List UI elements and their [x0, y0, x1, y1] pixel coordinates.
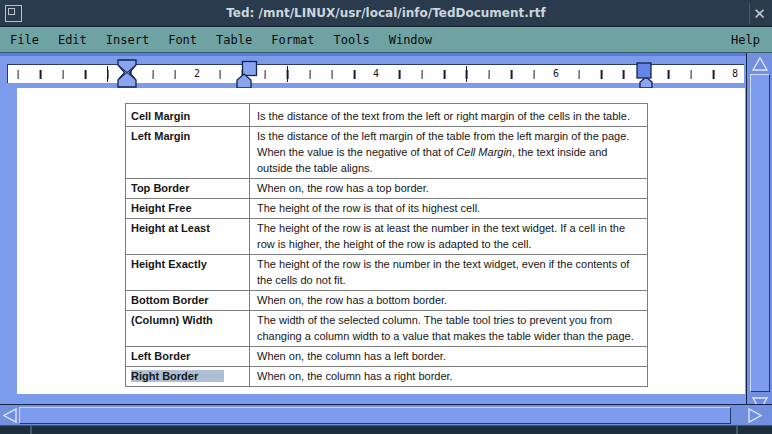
table-row[interactable]: Cell Margin Is the distance of the text …: [126, 104, 648, 127]
ruler-inch-tick-5: [466, 66, 467, 82]
titlebar[interactable]: Ted: /mnt/LINUX/usr/local/info/TedDocume…: [0, 0, 772, 27]
ruler-number-8: 8: [728, 65, 742, 83]
menu-format[interactable]: Format: [271, 33, 314, 47]
menu-help[interactable]: Help: [731, 33, 760, 47]
menu-window[interactable]: Window: [389, 33, 432, 47]
table-row[interactable]: Height at Least The height of the row is…: [126, 219, 648, 255]
row-text: The height of the row is at least the nu…: [257, 222, 625, 250]
table-row[interactable]: Bottom Border When on, the row has a bot…: [126, 291, 648, 311]
ruler-inch-tick-7: [645, 66, 646, 82]
document-page[interactable]: Cell Margin Is the distance of the text …: [17, 88, 745, 394]
selected-text[interactable]: Right Border: [131, 370, 224, 382]
resize-grip-left[interactable]: [30, 426, 32, 434]
row-label: Height at Least: [131, 222, 210, 234]
ted-window: Ted: /mnt/LINUX/usr/local/info/TedDocume…: [0, 0, 772, 434]
row-text: The height of the row is the number in t…: [257, 258, 629, 286]
table-row[interactable]: Height Exactly The height of the row is …: [126, 255, 648, 291]
ruler-number-6: 6: [549, 65, 563, 83]
ruler-inch-tick-3: [287, 66, 288, 82]
row-label: Left Border: [131, 350, 190, 362]
ruler-band: 2 4 6 8: [7, 64, 744, 83]
window-title: Ted: /mnt/LINUX/usr/local/info/TedDocume…: [0, 6, 772, 20]
table-row[interactable]: Left Border When on, the column has a le…: [126, 347, 648, 367]
window-menu-button[interactable]: [5, 5, 22, 22]
menu-edit[interactable]: Edit: [58, 33, 87, 47]
row-text: When on, the column has a right border.: [257, 370, 453, 382]
row-label: Left Margin: [131, 130, 190, 142]
menu-table[interactable]: Table: [216, 33, 252, 47]
row-text: Is the distance of the text from the lef…: [257, 110, 630, 122]
table-row[interactable]: Height Free The height of the row is tha…: [126, 199, 648, 219]
row-text: Is the distance of the left margin of th…: [257, 130, 629, 174]
close-button[interactable]: ✕: [749, 3, 769, 24]
statusbar: [0, 425, 772, 434]
ruler-number-2: 2: [190, 65, 204, 83]
close-icon: ✕: [753, 5, 766, 23]
row-label: Cell Margin: [131, 110, 190, 122]
ruler-number-4: 4: [369, 65, 383, 83]
italic-term: Cell Margin: [456, 146, 512, 158]
row-text: The width of the selected column. The ta…: [257, 314, 634, 342]
vertical-scrollbar-thumb[interactable]: [750, 74, 770, 392]
menubar: File Edit Insert Font Table Format Tools…: [0, 28, 772, 53]
resize-grip-right[interactable]: [736, 426, 738, 434]
options-table: Cell Margin Is the distance of the text …: [125, 103, 648, 387]
menu-tools[interactable]: Tools: [334, 33, 370, 47]
horizontal-scrollbar-thumb[interactable]: [19, 407, 731, 424]
document-area: Cell Margin Is the distance of the text …: [0, 88, 746, 404]
row-label: Height Free: [131, 202, 192, 214]
menu-font[interactable]: Font: [168, 33, 197, 47]
ruler-inch-tick-1: [107, 66, 108, 82]
row-text: When on, the row has a top border.: [257, 182, 429, 194]
table-row[interactable]: Top Border When on, the row has a top bo…: [126, 179, 648, 199]
vertical-scrollbar[interactable]: [746, 53, 772, 413]
scroll-up-icon[interactable]: [751, 56, 769, 73]
window-menu-icon: [8, 8, 15, 15]
row-label: Top Border: [131, 182, 189, 194]
table-row[interactable]: Left Margin Is the distance of the left …: [126, 127, 648, 179]
row-label: (Column) Width: [131, 314, 213, 326]
row-text: When on, the row has a bottom border.: [257, 294, 447, 306]
row-label: Bottom Border: [131, 294, 209, 306]
horizontal-scrollbar[interactable]: [0, 404, 772, 425]
menu-insert[interactable]: Insert: [106, 33, 149, 47]
row-text: The height of the row is that of its hig…: [257, 202, 480, 214]
scroll-left-icon[interactable]: [2, 407, 20, 424]
scroll-right-icon[interactable]: [746, 407, 764, 424]
ruler[interactable]: 2 4 6 8: [0, 53, 746, 88]
table-row[interactable]: Right Border When on, the column has a r…: [126, 367, 648, 387]
row-text: When on, the column has a left border.: [257, 350, 446, 362]
table-row[interactable]: (Column) Width The width of the selected…: [126, 311, 648, 347]
row-label: Height Exactly: [131, 258, 207, 270]
menu-file[interactable]: File: [10, 33, 39, 47]
